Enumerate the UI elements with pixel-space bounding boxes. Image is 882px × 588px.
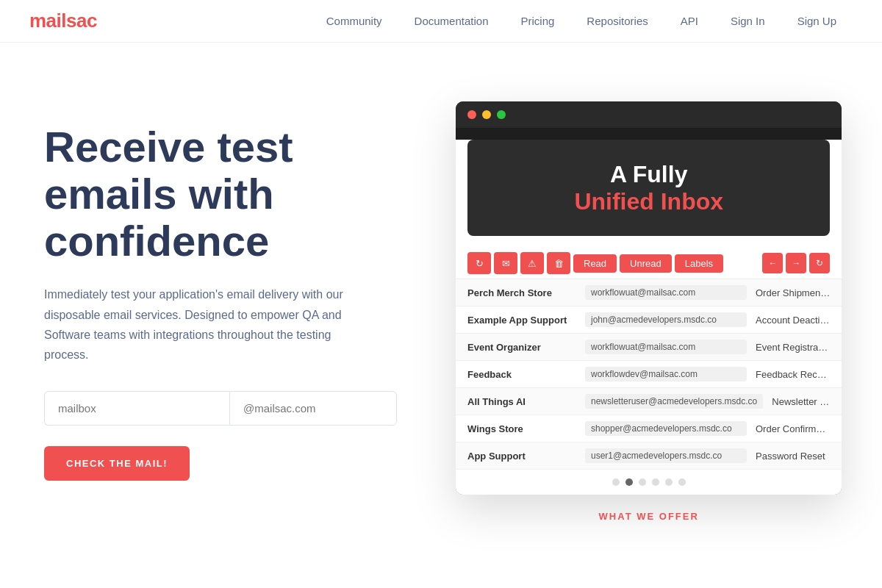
email-sender: All Things AI [467, 396, 585, 407]
email-row[interactable]: All Things AI newsletteruser@acmedevelop… [456, 388, 842, 415]
email-sender: Feedback [467, 369, 585, 380]
hero-left: Receive test emails with confidence Imme… [44, 101, 426, 481]
email-row[interactable]: Feedback workflowdev@mailsac.com Feedbac… [456, 361, 842, 388]
email-to: workflowuat@mailsac.com [585, 285, 747, 300]
nav-api[interactable]: API [664, 0, 714, 43]
email-to: john@acmedevelopers.msdc.co [585, 312, 747, 327]
email-to: newsletteruser@acmedevelopers.msdc.co [585, 394, 763, 409]
email-row[interactable]: App Support user1@acmedevelopers.msdc.co… [456, 442, 842, 470]
email-row[interactable]: Perch Merch Store workflowuat@mailsac.co… [456, 279, 842, 306]
delete-button[interactable]: 🗑 [547, 252, 570, 274]
nav-signin[interactable]: Sign In [714, 0, 781, 43]
nav-documentation[interactable]: Documentation [398, 0, 505, 43]
email-subject: Feedback Received [756, 369, 830, 380]
minimize-dot [482, 110, 491, 119]
email-subject: Order Confirmation #12345 [756, 423, 830, 434]
mailbox-input[interactable] [44, 391, 229, 426]
header: mailsac Community Documentation Pricing … [0, 0, 882, 43]
email-row[interactable]: Wings Store shopper@acmedevelopers.msdc.… [456, 415, 842, 442]
carousel-dot[interactable] [639, 478, 646, 486]
close-dot [467, 110, 476, 119]
email-subject: Order Shipment Notification [756, 287, 830, 298]
inbox-banner: A Fully Unified Inbox [467, 140, 830, 236]
hero-title: Receive test emails with confidence [44, 123, 426, 264]
banner-line1: A Fully [482, 160, 815, 188]
what-we-offer-label: WHAT WE OFFER [599, 511, 699, 522]
email-sender: Wings Store [467, 423, 585, 434]
email-to: shopper@acmedevelopers.msdc.co [585, 421, 747, 436]
read-button[interactable]: Read [573, 254, 617, 273]
email-subject: Password Reset [756, 451, 830, 462]
mail-button[interactable]: ✉ [494, 252, 517, 274]
nav-repositories[interactable]: Repositories [570, 0, 664, 43]
alert-button[interactable]: ⚠ [520, 252, 544, 274]
carousel-dot[interactable] [612, 478, 620, 486]
email-sender: Event Organizer [467, 342, 585, 353]
email-list: Perch Merch Store workflowuat@mailsac.co… [456, 279, 842, 470]
hero-right: A Fully Unified Inbox ↻ ✉ ⚠ 🗑 Read Unrea… [456, 101, 842, 523]
carousel-dot[interactable] [652, 478, 659, 486]
reload-button[interactable]: ↻ [809, 253, 830, 273]
maximize-dot [497, 110, 506, 119]
labels-button[interactable]: Labels [675, 254, 723, 273]
browser-content: A Fully Unified Inbox ↻ ✉ ⚠ 🗑 Read Unrea… [456, 140, 842, 495]
email-row[interactable]: Example App Support john@acmedevelopers.… [456, 306, 842, 334]
email-to: workflowuat@mailsac.com [585, 340, 747, 354]
carousel-dot[interactable] [625, 478, 633, 486]
hero-section: Receive test emails with confidence Imme… [0, 43, 882, 588]
browser-topbar [456, 101, 842, 128]
email-subject: Account Deactivation Warning [756, 315, 830, 326]
inbox-toolbar: ↻ ✉ ⚠ 🗑 Read Unread Labels ← → ↻ [456, 248, 842, 279]
what-we-offer-section: WHAT WE OFFER [456, 495, 842, 523]
nav-signup[interactable]: Sign Up [781, 0, 853, 43]
email-sender: Example App Support [467, 315, 585, 326]
email-to: user1@acmedevelopers.msdc.co [585, 448, 747, 463]
next-page-button[interactable]: → [786, 253, 806, 273]
refresh-button[interactable]: ↻ [467, 252, 491, 274]
domain-input[interactable] [229, 391, 397, 426]
browser-window: A Fully Unified Inbox ↻ ✉ ⚠ 🗑 Read Unrea… [456, 101, 842, 495]
carousel-dot[interactable] [665, 478, 673, 486]
main-nav: Community Documentation Pricing Reposito… [310, 0, 853, 43]
logo[interactable]: mailsac [29, 10, 97, 32]
carousel-dot[interactable] [678, 478, 686, 486]
email-input-group [44, 391, 397, 426]
unread-button[interactable]: Unread [620, 254, 672, 273]
email-sender: Perch Merch Store [467, 287, 585, 298]
email-to: workflowdev@mailsac.com [585, 367, 747, 381]
email-row[interactable]: Event Organizer workflowuat@mailsac.com … [456, 334, 842, 361]
hero-subtitle: Immediately test your application's emai… [44, 284, 360, 365]
check-mail-button[interactable]: CHECK THE MAIL! [44, 446, 190, 481]
email-subject: Newsletter Subscription Confirm... [772, 396, 830, 407]
email-sender: App Support [467, 451, 585, 462]
nav-pricing[interactable]: Pricing [505, 0, 571, 43]
carousel-dots [456, 470, 842, 495]
nav-community[interactable]: Community [310, 0, 398, 43]
email-subject: Event Registration Confirmation [756, 342, 830, 353]
prev-page-button[interactable]: ← [762, 253, 783, 273]
banner-line2: Unified Inbox [482, 188, 815, 215]
